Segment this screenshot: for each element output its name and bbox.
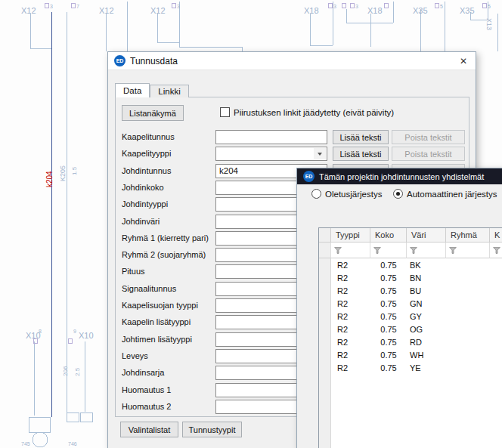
cell-vari: OG [410, 323, 443, 335]
cad-label: 7 [76, 4, 79, 9]
table-row[interactable]: R20.75GY [319, 310, 502, 323]
app-icon: ED [114, 55, 126, 66]
cad-label: X10 [79, 331, 94, 340]
field-label: Johdintunnus [122, 166, 171, 175]
field-label: Kaapelityyppi [122, 149, 171, 158]
tab-data[interactable]: Data [115, 83, 150, 97]
cad-label: X12 [21, 6, 36, 15]
radio-automaattinen-jarjestys[interactable]: Automaattinen järjestys [393, 189, 497, 199]
combinations-titlebar[interactable]: ED Tämän projektin johdintunnusten yhdis… [297, 168, 502, 184]
checkbox-label: Piirustuksen linkit jäädytetty (eivät pä… [234, 108, 394, 117]
cad-label: K205 [59, 165, 67, 181]
field-label: Pituus [122, 267, 145, 276]
cell-vari: BN [410, 271, 443, 284]
cad-label: X12 [99, 6, 114, 15]
table-row[interactable]: R20.75BN [319, 271, 502, 284]
cad-label: 3 [50, 4, 53, 9]
table-header-cell[interactable]: Väri [407, 228, 446, 243]
table-row[interactable]: R20.75GN [319, 297, 502, 310]
add-text-button[interactable]: Lisää teksti [333, 130, 389, 144]
valintalistat-button[interactable]: Valintalistat [120, 422, 178, 437]
radio-selected-icon[interactable] [393, 189, 403, 199]
list-view-button[interactable]: Listanäkymä [122, 105, 184, 121]
field-label: Ryhmä 1 (kierretty pari) [122, 233, 209, 243]
table-filter-cell [490, 243, 502, 258]
table-header-cell[interactable]: Ryhmä [446, 228, 490, 243]
field-label: Kaapelisuojan tyyppi [122, 301, 198, 310]
cad-label: X35 [413, 6, 428, 15]
app-icon: ED [303, 171, 315, 182]
table-filter-cell [370, 243, 407, 258]
field-input[interactable] [215, 130, 327, 144]
cell-tyyppi: R2 [337, 323, 367, 335]
close-icon[interactable]: ✕ [457, 56, 469, 66]
cell-vari: BU [410, 284, 443, 297]
tab-linkki[interactable]: Linkki [150, 85, 188, 97]
cad-label: k204 [45, 171, 54, 187]
cell-tyyppi: R2 [337, 335, 367, 348]
cad-label: 745 [21, 441, 30, 446]
filter-funnel-icon[interactable] [334, 247, 342, 254]
tunnustyypit-button[interactable]: Tunnustyypit [182, 422, 242, 437]
table-row[interactable]: R20.75YE [319, 361, 502, 374]
cell-tyyppi: R2 [337, 361, 367, 374]
field-input[interactable] [215, 147, 327, 161]
table-row[interactable]: R20.75RD [319, 335, 502, 348]
dialog-title: Tunnusdata [130, 56, 178, 66]
field-label: Johdinsarja [122, 368, 164, 377]
cad-label: 8 [39, 329, 42, 334]
field-label: Johdinkoko [122, 183, 164, 192]
cad-label: 3 [333, 4, 336, 9]
radio-label: Oletusjärjestys [325, 190, 382, 199]
table-header-cell[interactable]: K [490, 228, 502, 243]
field-label: Ryhmä 2 (suojaryhmä) [122, 250, 206, 259]
cad-label: 3 [355, 4, 358, 9]
table-row[interactable]: R20.75BU [319, 284, 502, 297]
combinations-table[interactable]: TyyppiKokoVäriRyhmäKR20.75BKR20.75BNR20.… [318, 227, 502, 448]
filter-funnel-icon[interactable] [449, 247, 457, 254]
field-label: Johtimen lisätyyppi [122, 335, 192, 344]
field-label: Huomautus 1 [122, 385, 171, 394]
cell-koko: 0.75 [370, 361, 407, 374]
field-label: Kaapelitunnus [122, 132, 175, 141]
cell-tyyppi: R2 [337, 271, 367, 284]
cad-label: X18 [304, 6, 319, 15]
cad-label: 746 [68, 441, 77, 446]
field-row: KaapelityyppiLisää tekstiPoista tekstit [122, 147, 464, 162]
cell-koko: 0.75 [370, 310, 407, 323]
cell-koko: 0.75 [370, 335, 407, 348]
table-header-cell[interactable]: Koko [370, 228, 407, 243]
field-label: Leveys [122, 351, 148, 360]
cell-tyyppi: R2 [337, 310, 367, 323]
filter-funnel-icon[interactable] [493, 247, 500, 254]
cell-koko: 0.75 [370, 297, 407, 310]
cell-vari: GY [410, 310, 443, 323]
cell-vari: BK [410, 258, 443, 271]
cell-koko: 0.75 [370, 323, 407, 335]
cell-vari: RD [410, 335, 443, 348]
table-filter-cell [446, 243, 490, 258]
remove-texts-button: Poista tekstit [392, 130, 465, 144]
table-row[interactable]: R20.75BK [319, 258, 502, 271]
cad-label: 1.5 [71, 167, 78, 175]
add-text-button[interactable]: Lisää teksti [333, 147, 389, 161]
table-header-cell[interactable]: Tyyppi [331, 228, 370, 243]
filter-funnel-icon[interactable] [410, 247, 417, 254]
cad-label: 9 [73, 329, 76, 334]
filter-funnel-icon[interactable] [373, 247, 381, 254]
cell-koko: 0.75 [370, 284, 407, 297]
chevron-down-icon[interactable] [314, 148, 326, 159]
cell-vari: YE [410, 361, 443, 374]
table-row[interactable]: R20.75OG [319, 323, 502, 335]
table-row[interactable]: R20.75WH [319, 348, 502, 361]
cell-koko: 0.75 [370, 271, 407, 284]
freeze-links-checkbox[interactable]: Piirustuksen linkit jäädytetty (eivät pä… [220, 107, 394, 117]
checkbox-box[interactable] [220, 107, 230, 117]
table-header-cell [319, 228, 331, 243]
radio-unselected-icon[interactable] [311, 189, 321, 199]
tunnusdata-titlebar[interactable]: ED Tunnusdata ✕ [108, 52, 476, 70]
radio-oletusjarjestys[interactable]: Oletusjärjestys [311, 189, 382, 199]
cell-tyyppi: R2 [337, 348, 367, 361]
field-row: KaapelitunnusLisää tekstiPoista tekstit [122, 130, 464, 145]
cad-label: 5 [488, 4, 491, 9]
